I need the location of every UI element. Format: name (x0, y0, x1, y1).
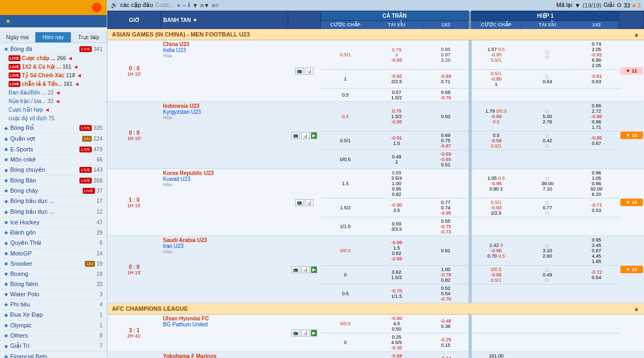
live-indicator: LIVE (83, 188, 95, 194)
count: 4 (99, 302, 103, 308)
handicap: 0/0.5 (321, 315, 370, 333)
sub-cuoc-vo-dich[interactable]: cuộc độ vô địch 75 (0, 114, 107, 123)
match-icons[interactable]: 📺 📊 ▶ (288, 236, 321, 303)
arrow-icon: ◄ (45, 107, 50, 113)
date-today[interactable]: Hôm nay (35, 32, 71, 42)
icon-btn[interactable]: ▶ (311, 132, 317, 139)
match-icons[interactable]: 📺 📊 (288, 40, 321, 102)
sport-water-polo[interactable]: ◆ Water Polo 3 (0, 289, 107, 299)
side-badge-empty (619, 315, 644, 352)
sport-bong-bau-duc2[interactable]: ◆ Bóng bầu dục ... 12 (0, 207, 107, 217)
bullet-icon: ◆ (4, 220, 8, 225)
hide-menu[interactable] (0, 27, 107, 32)
sport-bong-ban[interactable]: ◆ Bóng Bàn LIVE 266 (0, 176, 107, 186)
sport-bong-chay[interactable]: ◆ Bóng chày LIVE 37 (0, 186, 107, 196)
table-row: 0 : 0 1H 15' China U23 India U23 Hòa 📺 📊… (108, 40, 644, 70)
sport-others[interactable]: ◆ Others 8 (0, 331, 107, 341)
h1-x12: -0.720.54 (574, 266, 619, 284)
sound-icon[interactable]: 🔊 (111, 2, 118, 9)
match-icons[interactable]: 📺 📊 ▶ (288, 315, 321, 352)
sport-ice-hockey[interactable]: ◆ Ice Hockey 47 (0, 217, 107, 228)
match-icons[interactable]: 📺 📊 ▶ (288, 352, 321, 359)
icon-btn[interactable]: 📺 (291, 330, 300, 337)
icon-btn[interactable]: 📊 (301, 132, 310, 139)
handicap: 0/0.5 (321, 352, 370, 359)
side-badge[interactable]: ▼ 10 (619, 169, 644, 236)
icon-btn[interactable]: ▶ (311, 330, 317, 337)
match-icons[interactable]: 📺 📊 ▶ (288, 102, 321, 169)
sport-bong-ro[interactable]: ◆ Bóng Rổ LIVE 335 (0, 123, 107, 134)
count: 479 (93, 147, 103, 152)
sport-boxing[interactable]: ◆ Boxing 19 (0, 269, 107, 279)
sub-nua-tran[interactable]: Nửa trận / loa... 33 ◄ (0, 97, 107, 106)
handicap: 0 (321, 266, 370, 284)
count: 17 (97, 198, 103, 204)
sport-bong-bau-duc1[interactable]: ◆ Bóng bầu dục ... 17 (0, 196, 107, 207)
sub-ty-so[interactable]: LIVE Tỷ Số Chính Xác 118 ◄ (0, 71, 107, 80)
icon-btn[interactable]: 📺 (291, 132, 300, 139)
match-count: (19/19) (583, 2, 602, 9)
score: 0 : 0 (109, 65, 160, 71)
plus-badge: ▼ 11 (620, 67, 643, 75)
sport-phi-tieu[interactable]: ◆ Phi tiêu 4 (0, 299, 107, 310)
sport-financial[interactable]: ◆ Financial Bets (0, 352, 107, 358)
sport-giai-tri[interactable]: ◆ Giải Trí 7 (0, 341, 107, 352)
side-badge[interactable]: ▼ 11 (619, 40, 644, 102)
favorites-item[interactable] (0, 15, 107, 27)
match-icons[interactable]: 📺 📊 (288, 169, 321, 236)
sport-danh-gon[interactable]: ◆ Đánh gôn 29 (0, 228, 107, 238)
sport-olympic[interactable]: ◆ Olympic 1 (0, 320, 107, 331)
icon-btn[interactable]: 📺 (295, 199, 304, 206)
arrow-icon: ◄ (55, 98, 60, 104)
handicap: 0/0.5 (321, 236, 370, 266)
live-indicator: LIVE (9, 55, 20, 61)
sort-icon[interactable]: ≡▼ (200, 2, 209, 9)
icon-btn[interactable]: 📊 (301, 266, 310, 273)
minus-icon[interactable]: – (182, 2, 186, 9)
date-yesterday[interactable]: Ngày mai (0, 32, 35, 42)
live-indicator: LIVE (9, 64, 20, 70)
date-live[interactable]: Trực tiếp (71, 32, 107, 42)
icon-btn[interactable]: 📊 (305, 68, 313, 75)
col-tai-xiu: TÀI XỈU (370, 21, 423, 29)
h1-x12: -0.810.63 (574, 70, 619, 89)
sport-name: Boxing (10, 271, 97, 277)
match-teams: Yokohama F Marinos Incheon United Hòa (161, 352, 288, 359)
collapse-icon[interactable]: ▲ (634, 305, 640, 312)
sport-bong-nem[interactable]: ◆ Bóng Ném 20 (0, 279, 107, 289)
sport-esports[interactable]: ◆ E-Sports LIVE 479 (0, 144, 107, 155)
sport-bong-da[interactable]: ◆ Bóng đá LIVE 341 (0, 44, 107, 54)
sub-cuoc-chap[interactable]: LIVE Cược chấp ... 266 ◄ (0, 54, 107, 63)
side-badge[interactable]: ▼ 10 (619, 102, 644, 169)
sport-cricket[interactable]: ◆ Môn crikê 66 (0, 155, 107, 165)
down-arrow[interactable]: ▼ (192, 2, 198, 9)
count: 335 (93, 125, 103, 131)
filter-icon[interactable]: ≡= (211, 2, 218, 9)
sport-motogp[interactable]: ◆ MotoGP 14 (0, 249, 107, 259)
sport-quyen-thai[interactable]: ◆ Quyền Thái 6 (0, 238, 107, 249)
icon-btn[interactable]: 📺 (291, 266, 300, 273)
info-icon[interactable]: ℹ (188, 2, 190, 9)
sport-bong-chuyen[interactable]: ◆ Bóng chuyền LIVE 143 (0, 165, 107, 176)
date-tabs: Ngày mai Hôm nay Trực tiếp (0, 32, 107, 43)
sub-chan-le[interactable]: LIVE chẵn lẻ & Tổn... 161 ◄ (0, 80, 107, 89)
sub-dan-dau[interactable]: Đan đầu/Bên ... 22 ◄ (0, 89, 107, 97)
sub-cuoc-hon-hop[interactable]: Cược hỗn hợp ◄ (0, 106, 107, 114)
sport-dua-xe-dap[interactable]: ◆ Đua Xe Đạp 1 (0, 310, 107, 320)
sport-snooker[interactable]: ◆ Snooker 1/U 19 (0, 259, 107, 269)
h1-tai-xiu: ◻ 0.42◻ (521, 131, 574, 150)
plus-icon[interactable]: + (177, 2, 180, 9)
collapse-icon[interactable]: ▲ (634, 31, 640, 38)
sub-1x2[interactable]: LIVE 1X2 & Cú hội ... 151 ◄ (0, 63, 107, 71)
match-time: 3 : 1 2H 41' (108, 315, 161, 352)
icon-btn[interactable]: 📊 (301, 330, 310, 337)
side-badge[interactable]: ▼ 10 (619, 236, 644, 303)
h1-x12: -0.850.67 (574, 131, 619, 150)
icon-btn[interactable]: 📊 (305, 199, 313, 206)
h1-empty (472, 333, 619, 352)
live-indicator: LIVE (79, 46, 92, 52)
dropdown-icon[interactable]: ▼ (575, 2, 581, 9)
sport-quan-vot[interactable]: ◆ Quần vợt 1/U 224 (0, 134, 107, 144)
icon-btn[interactable]: 📺 (295, 68, 304, 75)
icon-btn[interactable]: ▶ (311, 266, 317, 273)
